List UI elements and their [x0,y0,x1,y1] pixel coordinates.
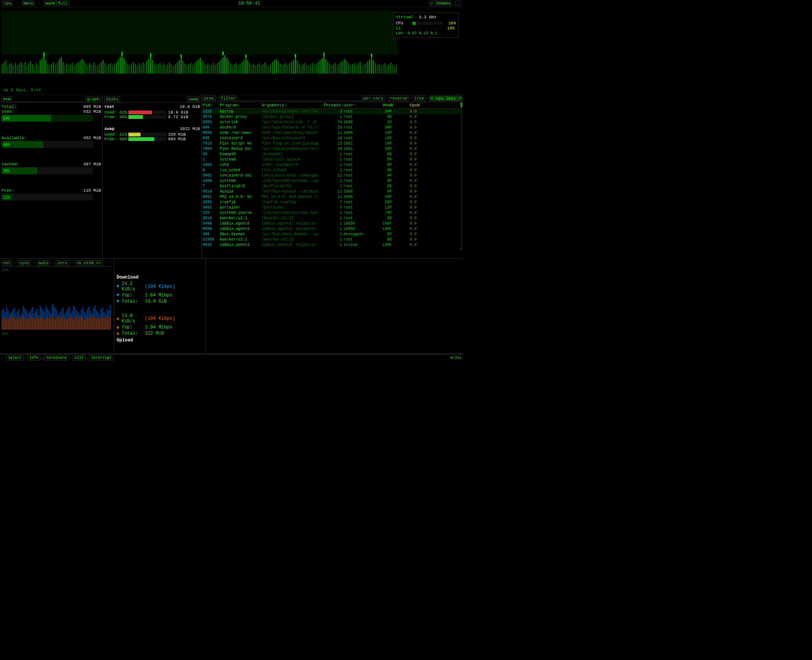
proc-row[interactable]: 8352 asterisk /usr/sbin/asterisk -f -U 7… [203,120,462,125]
net-zero[interactable]: zero [56,260,69,266]
svg-rect-56 [106,65,107,74]
proc-row[interactable]: 1006 systemd /lib/systemd/systemd --us 1… [203,178,462,184]
svg-rect-137 [261,65,262,74]
proc-threads: 1 [323,221,344,226]
proc-row[interactable]: 8 rcu_sched [rcu_sched] 1 root 0B 0.0 [203,168,462,173]
status-select[interactable]: select [6,356,24,360]
proc-pid: 3655 [203,200,220,205]
proc-args: node /var/www/html/admin/ [262,130,323,136]
proc-args: /usr/sbin/asterisk -f -U [262,120,323,125]
proc-cpu: 0.0 [393,130,420,136]
svg-rect-136 [259,63,260,74]
proc-threads: 1 [323,237,344,242]
ul-top-row: ▲ Top: 1.94 Mibps [117,325,203,330]
status-interrupt[interactable]: interrupt [89,356,113,360]
proc-row[interactable]: 1225 bpytop /usr/bin/python3 /usr/loc 3 … [203,109,462,114]
svg-rect-154 [293,60,294,74]
proc-row[interactable]: 3662 containerd-shi containerd-shim -nam… [203,173,462,178]
proc-row[interactable]: 606 dockerd /usr/bin/dockerd -H fd:// 23… [203,125,462,130]
proc-row[interactable]: 225 systemd-journa /lib/systemd/systemd-… [203,210,462,216]
svg-rect-47 [89,63,90,74]
proc-scrollbar[interactable]: ↓ [460,103,462,251]
svg-rect-122 [232,65,233,74]
dl-rate-arrow: ▼ [117,284,119,289]
proc-row[interactable]: 8933 zabbix_agentd zabbix_agentd: collec… [203,242,462,246]
mem-available-row: Available: 452 MiB [2,136,101,140]
status-info[interactable]: info [27,356,40,360]
proc-args: /usr/lib/plexmediaserver/ [262,146,323,152]
proc-user: root [344,216,374,221]
proc-tree[interactable]: tree [412,96,425,101]
proc-title[interactable]: proc [203,96,216,101]
svg-rect-71 [135,64,136,74]
cpu-tab[interactable]: cpu [2,1,13,6]
svg-rect-307 [5,319,6,330]
proc-cpu-sort[interactable]: < cpu lazy > [429,96,462,101]
proc-row[interactable]: 8501 PM2 v4.5.0: Go PM2 v4.5.0: God Daem… [203,194,462,200]
proc-args: zabbix_agentd: collector [262,226,323,232]
refresh-minus[interactable]: - [455,1,461,6]
proc-table-header: Pid: Program: Arguments: Threads: User: … [203,103,462,109]
proc-row[interactable]: 31958 kworker/u2:2 [kworker/u2:2] 1 root… [203,237,462,242]
proc-row[interactable]: 1002 sshd sshd: root@pts/0 1 root 8M 0.0 [203,162,462,168]
svg-rect-15 [28,63,29,74]
refresh-rate[interactable]: + 2000ms [429,1,452,6]
svg-rect-119 [226,58,227,74]
net-sync[interactable]: sync [18,260,31,266]
proc-row[interactable]: 6589 zabbix_agentd zabbix_agentd: collec… [203,226,462,232]
ul-total-value: 322 MiB [145,331,164,336]
proc-row[interactable]: 5498 zabbix_agentd zabbix_agentd: collec… [203,221,462,226]
proc-reverse[interactable]: reverse [388,96,409,101]
svg-rect-349 [69,317,70,330]
disk-swap-bar [128,133,166,136]
mode-label[interactable]: mode:full [44,1,69,6]
disk-swap-used-bar: Used: 32% 329 MiB [104,132,200,137]
svg-rect-344 [61,317,62,330]
proc-row[interactable]: 7804 Plex Media Ser /usr/lib/plexmediase… [203,146,462,152]
proc-program: systemd-journa [220,210,262,216]
svg-rect-62 [118,59,119,74]
svg-rect-6 [11,63,12,74]
svg-rect-370 [101,318,102,330]
proc-row[interactable]: 7915 Plex Script Ho Plex Plug-in [com.pl… [203,141,462,146]
proc-args: traefik traefik [262,200,323,205]
proc-args: /usr/bin/mysqld --default [262,189,323,194]
proc-filter[interactable]: filter [219,96,238,101]
svg-rect-163 [310,64,311,74]
proc-args: /usr/bin/python3 /usr/loc [262,109,323,114]
proc-memb: 8M [374,162,393,168]
svg-rect-153 [291,62,292,74]
proc-row[interactable]: 33 kswapd0 [kswapd0] 1 root 0B 0.0 [203,152,462,157]
svg-rect-194 [369,59,370,74]
proc-program: asterisk [220,120,262,125]
svg-rect-213 [181,54,182,58]
proc-row[interactable]: 7 ksoftirqd/0 [ksoftirqd/0] 1 root 0B 0.… [203,184,462,189]
proc-row[interactable]: 635 containerd /usr/bin/containerd 18 ro… [203,136,462,141]
lav-label: LAV: [396,31,405,35]
net-auto[interactable]: auto [37,260,50,266]
svg-rect-12 [22,64,24,74]
menu-button[interactable]: Menu [22,1,35,6]
col-program: Program: [220,103,262,107]
status-terminate[interactable]: terminate [44,356,69,360]
proc-row[interactable]: 1 systemd /sbin/init splash 1 root 5M 0.… [203,157,462,162]
mem-free-label: Free: [2,188,14,193]
proc-row[interactable]: 8558 node /var/www/ node /var/www/html/a… [203,130,462,136]
dl-total-value: 19.0 GiB [145,299,167,304]
status-kill[interactable]: kill [72,356,85,360]
svg-rect-134 [255,66,256,74]
proc-row[interactable]: 3655 traefik traefik traefik 7 root 29M … [203,200,462,205]
proc-row[interactable]: 3682 portainer /portainer 7 root 12M 0.0 [203,205,462,210]
proc-row[interactable]: 2019 kworker/u2:1 [kworker/u2:1] 1 root … [203,216,462,221]
proc-cpu: 0.0 [393,216,420,221]
proc-row[interactable]: 6519 mysqld /usr/bin/mysqld --default 11… [203,189,462,194]
svg-rect-28 [53,62,54,74]
svg-rect-164 [312,63,313,74]
proc-row[interactable]: 3579 docker-proxy [docker-proxy] 1 root … [203,114,462,120]
proc-memb: 12M [374,205,393,210]
proc-row[interactable]: 399 dbus-daemon /usr/bin/dbus-daemon --s… [203,232,462,237]
svg-rect-132 [251,65,252,74]
proc-pid: 7 [203,184,220,189]
proc-per-core[interactable]: per-core [362,96,385,101]
net-interface[interactable]: <b eth0 n> [75,260,103,266]
